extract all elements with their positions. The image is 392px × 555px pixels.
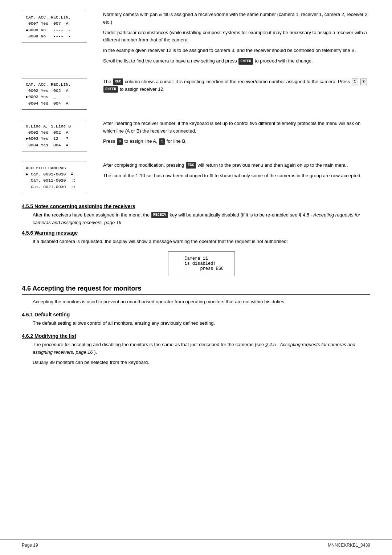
- screen-box-2: CAM. ACC. REC.LIN. 0002 Yes 002 A ▶0003 …: [22, 78, 87, 110]
- screen-col-2: CAM. ACC. REC.LIN. 0002 Yes 002 A ▶0003 …: [22, 78, 94, 110]
- section2-text: The REC column shows a cursor: it is exp…: [103, 78, 370, 93]
- section3-text2: Press 0 to assign line A, 1 for line B.: [103, 138, 370, 145]
- enter-badge-2: ENTER: [103, 86, 118, 93]
- section3-text1: After inserting the receiver number, if …: [103, 120, 370, 135]
- text-col-4: After completing modification, pressing …: [103, 162, 370, 183]
- section46-text1: Accepting the monitors is used to preven…: [33, 298, 370, 306]
- heading-46: 4.6 Accepting the request for monitors: [22, 285, 370, 295]
- screen-col-1: CAM. ACC. REC.LIN. 0007 Yes 007 A ▲0008 …: [22, 11, 94, 42]
- section1-text4: Scroll the list to find the camera to ha…: [103, 57, 370, 65]
- heading-461: 4.6.1 Default setting: [22, 312, 370, 317]
- key1-badge: 1: [352, 78, 358, 85]
- enter-badge-1: ENTER: [238, 58, 253, 65]
- heading-455: 4.5.5 Notes concerning assigning the rec…: [22, 203, 370, 209]
- section-row-4: ACCEPTED CAMERAS ▶ Cam. 0001-0010 ≘ Cam.…: [22, 162, 370, 193]
- screen-box-3: 0.Line A, 1.Line B 0002 Yes 002 A ▶0003 …: [22, 120, 87, 151]
- section4-text1: After completing modification, pressing …: [103, 162, 370, 169]
- section462-text3: Usually 99 monitors can be selected from…: [33, 359, 370, 366]
- page: CAM. ACC. REC.LIN. 0007 Yes 007 A ▲0008 …: [0, 0, 392, 555]
- section-46: 4.6 Accepting the request for monitors A…: [22, 285, 370, 306]
- section-456: 4.5.6 Warning message If a disabled came…: [22, 230, 370, 276]
- text-col-1: Normally camera with pan & tilt is assig…: [103, 11, 370, 68]
- section4-text3: The icon of the 1-10 set has now been ch…: [103, 172, 370, 180]
- disabled-box-wrap: Camera 11 is disabled! press ESC: [33, 251, 370, 276]
- section-row-2: CAM. ACC. REC.LIN. 0002 Yes 002 A ▶0003 …: [22, 78, 370, 110]
- key0-badge: 0: [117, 138, 123, 145]
- section461-text1: The default setting allows control of al…: [33, 320, 370, 327]
- section455-text: After the receivers have been assigned i…: [33, 211, 370, 227]
- section-row-3: 0.Line A, 1.Line B 0002 Yes 002 A ▶0003 …: [22, 120, 370, 151]
- heading-456: 4.5.6 Warning message: [22, 230, 370, 236]
- key1-badge-b: 1: [159, 138, 165, 145]
- section1-text3: In the example given receiver 12 is to b…: [103, 47, 370, 54]
- section1-text1: Normally camera with pan & tilt is assig…: [103, 11, 370, 26]
- esc-badge: ESC: [186, 162, 196, 169]
- section462-text1: The procedure for accepting and disablin…: [33, 341, 370, 356]
- rec-badge: REC: [113, 78, 123, 85]
- section-row-1: CAM. ACC. REC.LIN. 0007 Yes 007 A ▲0008 …: [22, 11, 370, 68]
- text-col-2: The REC column shows a cursor: it is exp…: [103, 78, 370, 96]
- heading-462: 4.6.2 Modifying the list: [22, 333, 370, 339]
- screen-col-4: ACCEPTED CAMERAS ▶ Cam. 0001-0010 ≘ Cam.…: [22, 162, 94, 193]
- footer-doc: MNNCEKRKB1_0439: [328, 543, 370, 548]
- section-455: 4.5.5 Notes concerning assigning the rec…: [22, 203, 370, 227]
- key2-badge: 2: [360, 78, 367, 85]
- text-col-3: After inserting the receiver number, if …: [103, 120, 370, 148]
- screen-box-4: ACCEPTED CAMERAS ▶ Cam. 0001-0010 ≘ Cam.…: [22, 162, 87, 193]
- screen-box-1: CAM. ACC. REC.LIN. 0007 Yes 007 A ▲0008 …: [22, 11, 87, 42]
- section1-text2: Under particular circumstances (while in…: [103, 29, 370, 44]
- footer: Page 19 MNNCEKRKB1_0439: [0, 539, 392, 548]
- footer-page: Page 19: [22, 543, 38, 548]
- section-462: 4.6.2 Modifying the list The procedure f…: [22, 333, 370, 366]
- section-461: 4.6.1 Default setting The default settin…: [22, 312, 370, 327]
- screen-col-3: 0.Line A, 1.Line B 0002 Yes 002 A ▶0003 …: [22, 120, 94, 151]
- screen-disabled: Camera 11 is disabled! press ESC: [168, 251, 235, 276]
- section456-text1: If a disabled camera is requested, the d…: [33, 238, 370, 246]
- receiv-badge: RECEIV: [151, 212, 168, 218]
